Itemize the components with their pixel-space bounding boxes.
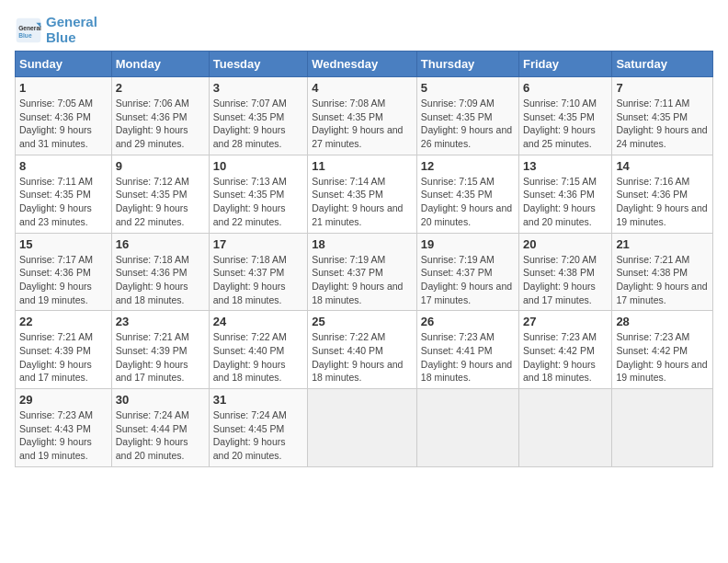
calendar-cell: 14 Sunrise: 7:16 AM Sunset: 4:36 PM Dayl… — [612, 155, 713, 233]
col-header-thursday: Thursday — [416, 52, 518, 77]
calendar-page: General Blue GeneralBlue SundayMondayTue… — [0, 0, 728, 563]
calendar-cell: 20 Sunrise: 7:20 AM Sunset: 4:38 PM Dayl… — [519, 233, 612, 311]
day-number: 7 — [616, 81, 709, 95]
day-detail: Sunrise: 7:16 AM Sunset: 4:36 PM Dayligh… — [616, 175, 709, 229]
calendar-cell: 15 Sunrise: 7:17 AM Sunset: 4:36 PM Dayl… — [16, 233, 112, 311]
day-number: 6 — [523, 81, 608, 95]
day-detail: Sunrise: 7:24 AM Sunset: 4:44 PM Dayligh… — [116, 408, 205, 463]
day-detail: Sunrise: 7:23 AM Sunset: 4:42 PM Dayligh… — [523, 330, 608, 385]
calendar-cell: 1 Sunrise: 7:05 AM Sunset: 4:36 PM Dayli… — [16, 77, 112, 155]
day-number: 16 — [116, 237, 205, 251]
calendar-week-row: 8 Sunrise: 7:11 AM Sunset: 4:35 PM Dayli… — [16, 155, 713, 233]
day-number: 28 — [616, 315, 709, 328]
calendar-cell: 6 Sunrise: 7:10 AM Sunset: 4:35 PM Dayli… — [519, 77, 612, 155]
calendar-week-row: 15 Sunrise: 7:17 AM Sunset: 4:36 PM Dayl… — [16, 233, 713, 311]
day-detail: Sunrise: 7:21 AM Sunset: 4:39 PM Dayligh… — [19, 330, 108, 385]
calendar-cell: 22 Sunrise: 7:21 AM Sunset: 4:39 PM Dayl… — [16, 311, 112, 389]
day-detail: Sunrise: 7:23 AM Sunset: 4:41 PM Dayligh… — [421, 330, 515, 385]
day-number: 30 — [116, 393, 205, 407]
calendar-cell: 7 Sunrise: 7:11 AM Sunset: 4:35 PM Dayli… — [612, 77, 713, 155]
calendar-cell: 3 Sunrise: 7:07 AM Sunset: 4:35 PM Dayli… — [209, 77, 307, 155]
header: General Blue GeneralBlue — [15, 15, 713, 45]
calendar-header-row: SundayMondayTuesdayWednesdayThursdayFrid… — [16, 52, 713, 77]
day-number: 10 — [213, 159, 303, 173]
day-detail: Sunrise: 7:05 AM Sunset: 4:36 PM Dayligh… — [19, 97, 108, 151]
day-number: 11 — [312, 159, 413, 173]
day-number: 18 — [312, 237, 413, 251]
calendar-cell: 11 Sunrise: 7:14 AM Sunset: 4:35 PM Dayl… — [308, 155, 417, 233]
day-detail: Sunrise: 7:20 AM Sunset: 4:38 PM Dayligh… — [523, 253, 608, 307]
col-header-monday: Monday — [111, 52, 209, 77]
day-detail: Sunrise: 7:10 AM Sunset: 4:35 PM Dayligh… — [523, 97, 608, 151]
calendar-cell: 23 Sunrise: 7:21 AM Sunset: 4:39 PM Dayl… — [111, 311, 209, 389]
day-number: 22 — [19, 315, 108, 328]
day-number: 8 — [19, 159, 108, 173]
col-header-wednesday: Wednesday — [308, 52, 417, 77]
logo-icon: General Blue — [15, 17, 42, 44]
day-detail: Sunrise: 7:17 AM Sunset: 4:36 PM Dayligh… — [19, 253, 108, 307]
calendar-cell — [308, 389, 417, 467]
day-number: 13 — [523, 159, 608, 173]
col-header-friday: Friday — [519, 52, 612, 77]
day-detail: Sunrise: 7:19 AM Sunset: 4:37 PM Dayligh… — [312, 253, 413, 307]
calendar-cell: 17 Sunrise: 7:18 AM Sunset: 4:37 PM Dayl… — [209, 233, 307, 311]
day-detail: Sunrise: 7:23 AM Sunset: 4:42 PM Dayligh… — [616, 330, 709, 385]
calendar-cell: 25 Sunrise: 7:22 AM Sunset: 4:40 PM Dayl… — [308, 311, 417, 389]
calendar-cell: 26 Sunrise: 7:23 AM Sunset: 4:41 PM Dayl… — [416, 311, 518, 389]
day-number: 24 — [213, 315, 303, 328]
day-number: 19 — [421, 237, 515, 251]
col-header-saturday: Saturday — [612, 52, 713, 77]
calendar-cell: 29 Sunrise: 7:23 AM Sunset: 4:43 PM Dayl… — [16, 389, 112, 467]
day-detail: Sunrise: 7:09 AM Sunset: 4:35 PM Dayligh… — [421, 97, 515, 151]
calendar-cell: 2 Sunrise: 7:06 AM Sunset: 4:36 PM Dayli… — [111, 77, 209, 155]
day-detail: Sunrise: 7:18 AM Sunset: 4:37 PM Dayligh… — [213, 253, 303, 307]
day-number: 29 — [19, 393, 108, 407]
day-detail: Sunrise: 7:08 AM Sunset: 4:35 PM Dayligh… — [312, 97, 413, 151]
day-number: 3 — [213, 81, 303, 95]
svg-text:General: General — [18, 25, 41, 31]
day-number: 15 — [19, 237, 108, 251]
day-number: 14 — [616, 159, 709, 173]
day-detail: Sunrise: 7:15 AM Sunset: 4:35 PM Dayligh… — [421, 175, 515, 229]
day-number: 31 — [213, 393, 303, 407]
calendar-cell: 16 Sunrise: 7:18 AM Sunset: 4:36 PM Dayl… — [111, 233, 209, 311]
calendar-cell: 31 Sunrise: 7:24 AM Sunset: 4:45 PM Dayl… — [209, 389, 307, 467]
calendar-cell — [519, 389, 612, 467]
calendar-cell: 28 Sunrise: 7:23 AM Sunset: 4:42 PM Dayl… — [612, 311, 713, 389]
col-header-sunday: Sunday — [16, 52, 112, 77]
day-detail: Sunrise: 7:19 AM Sunset: 4:37 PM Dayligh… — [421, 253, 515, 307]
day-detail: Sunrise: 7:22 AM Sunset: 4:40 PM Dayligh… — [213, 330, 303, 385]
calendar-cell: 21 Sunrise: 7:21 AM Sunset: 4:38 PM Dayl… — [612, 233, 713, 311]
calendar-cell: 13 Sunrise: 7:15 AM Sunset: 4:36 PM Dayl… — [519, 155, 612, 233]
day-detail: Sunrise: 7:21 AM Sunset: 4:38 PM Dayligh… — [616, 253, 709, 307]
calendar-week-row: 22 Sunrise: 7:21 AM Sunset: 4:39 PM Dayl… — [16, 311, 713, 389]
day-detail: Sunrise: 7:14 AM Sunset: 4:35 PM Dayligh… — [312, 175, 413, 229]
day-number: 2 — [116, 81, 205, 95]
day-number: 1 — [19, 81, 108, 95]
day-number: 25 — [312, 315, 413, 328]
day-number: 20 — [523, 237, 608, 251]
day-detail: Sunrise: 7:07 AM Sunset: 4:35 PM Dayligh… — [213, 97, 303, 151]
day-number: 17 — [213, 237, 303, 251]
calendar-cell: 27 Sunrise: 7:23 AM Sunset: 4:42 PM Dayl… — [519, 311, 612, 389]
calendar-cell: 8 Sunrise: 7:11 AM Sunset: 4:35 PM Dayli… — [16, 155, 112, 233]
calendar-cell: 30 Sunrise: 7:24 AM Sunset: 4:44 PM Dayl… — [111, 389, 209, 467]
day-detail: Sunrise: 7:06 AM Sunset: 4:36 PM Dayligh… — [116, 97, 205, 151]
day-detail: Sunrise: 7:15 AM Sunset: 4:36 PM Dayligh… — [523, 175, 608, 229]
calendar-cell: 10 Sunrise: 7:13 AM Sunset: 4:35 PM Dayl… — [209, 155, 307, 233]
calendar-cell: 9 Sunrise: 7:12 AM Sunset: 4:35 PM Dayli… — [111, 155, 209, 233]
day-number: 12 — [421, 159, 515, 173]
calendar-table: SundayMondayTuesdayWednesdayThursdayFrid… — [15, 51, 713, 467]
calendar-cell: 4 Sunrise: 7:08 AM Sunset: 4:35 PM Dayli… — [308, 77, 417, 155]
day-detail: Sunrise: 7:12 AM Sunset: 4:35 PM Dayligh… — [116, 175, 205, 229]
day-number: 21 — [616, 237, 709, 251]
day-detail: Sunrise: 7:23 AM Sunset: 4:43 PM Dayligh… — [19, 408, 108, 463]
day-number: 4 — [312, 81, 413, 95]
day-detail: Sunrise: 7:22 AM Sunset: 4:40 PM Dayligh… — [312, 330, 413, 385]
day-detail: Sunrise: 7:18 AM Sunset: 4:36 PM Dayligh… — [116, 253, 205, 307]
calendar-cell: 24 Sunrise: 7:22 AM Sunset: 4:40 PM Dayl… — [209, 311, 307, 389]
calendar-cell: 5 Sunrise: 7:09 AM Sunset: 4:35 PM Dayli… — [416, 77, 518, 155]
col-header-tuesday: Tuesday — [209, 52, 307, 77]
calendar-cell: 18 Sunrise: 7:19 AM Sunset: 4:37 PM Dayl… — [308, 233, 417, 311]
calendar-cell: 12 Sunrise: 7:15 AM Sunset: 4:35 PM Dayl… — [416, 155, 518, 233]
